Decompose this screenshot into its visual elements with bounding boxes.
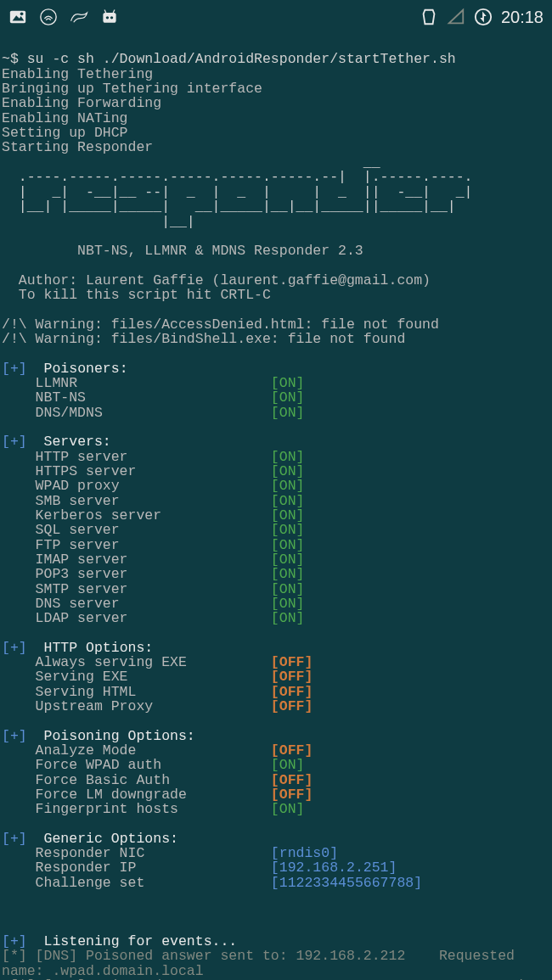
warning-line: /!\ Warning: files/AccessDenied.html: fi… — [2, 316, 439, 333]
status-right: 20:18 — [420, 8, 544, 27]
startup-line: Enabling NATing — [2, 110, 128, 126]
option-row: IMAP server [ON] — [2, 552, 304, 568]
option-row: HTTP server [ON] — [2, 449, 304, 465]
svg-point-3 — [41, 9, 56, 25]
option-row: Serving EXE [OFF] — [2, 669, 313, 685]
option-row: LDAP server [ON] — [2, 610, 304, 626]
option-row: Force LM downgrade [OFF] — [2, 787, 313, 803]
option-row: HTTPS server [ON] — [2, 463, 304, 479]
option-row: SMTP server [ON] — [2, 581, 304, 597]
command-line: ~$ su -c sh ./Download/AndroidResponder/… — [2, 51, 456, 67]
option-row: POP3 server [ON] — [2, 566, 304, 582]
section-header: [+] HTTP Options: — [2, 640, 153, 656]
signal-icon — [447, 8, 465, 26]
nethunter-icon[interactable] — [39, 8, 58, 26]
section-header: [+] Servers: — [2, 434, 111, 450]
option-row: SMB server [ON] — [2, 493, 304, 509]
svg-point-6 — [110, 16, 113, 19]
ascii-banner: |__| |_____|_____| __|_____|__|__|_____|… — [2, 199, 456, 215]
svg-line-7 — [104, 10, 106, 13]
option-row: Analyze Mode [OFF] — [2, 742, 313, 759]
status-bar: 20:18 — [0, 0, 552, 34]
option-row: Serving HTML [OFF] — [2, 684, 313, 700]
option-row: FTP server [ON] — [2, 537, 304, 553]
svg-marker-9 — [449, 10, 464, 24]
option-row: NBT-NS [ON] — [2, 389, 304, 406]
author-line: Author: Laurent Gaffie (laurent.gaffie@g… — [2, 272, 431, 288]
gallery-icon[interactable] — [8, 8, 27, 26]
section-header: [+] Poisoners: — [2, 361, 128, 377]
option-row: Responder IP [192.168.2.251] — [2, 860, 397, 876]
startup-line: Enabling Tethering — [2, 66, 153, 82]
svg-rect-4 — [103, 13, 115, 23]
option-row: SQL server [ON] — [2, 522, 304, 538]
startup-line: Setting up DHCP — [2, 125, 128, 141]
ascii-banner: | _| -__|__ --| _ | _ | | _ || -__| _| — [2, 184, 473, 200]
option-row: Force WPAD auth [ON] — [2, 757, 304, 773]
subtitle: NBT-NS, LLMNR & MDNS Responder 2.3 — [2, 243, 363, 259]
startup-line: Enabling Forwarding — [2, 95, 161, 111]
ascii-banner: |__| — [2, 214, 195, 230]
option-row: DNS/MDNS [ON] — [2, 405, 304, 421]
warning-line: /!\ Warning: files/BindShell.exe: file n… — [2, 331, 405, 347]
startup-line: Bringing up Tethering interface — [2, 81, 262, 97]
svg-point-5 — [106, 16, 109, 19]
option-row: Always serving EXE [OFF] — [2, 654, 313, 670]
option-row: Fingerprint hosts [ON] — [2, 801, 304, 817]
section-header: [+] Generic Options: — [2, 831, 178, 847]
ascii-banner: __ — [2, 154, 380, 171]
power-icon — [474, 8, 493, 26]
startup-line: Starting Responder — [2, 139, 153, 155]
svg-point-2 — [20, 13, 24, 16]
event-line: [*] [DNS] Poisoned answer sent to: 192.1… — [2, 948, 523, 978]
option-row: Force Basic Auth [OFF] — [2, 772, 313, 788]
option-row: Upstream Proxy [OFF] — [2, 698, 313, 714]
listening-line: [+] Listening for events... — [2, 933, 237, 949]
option-row: Responder NIC [rndis0] — [2, 845, 338, 861]
ascii-banner: .----.-----.-----.-----.-----.-----.--| … — [2, 169, 473, 185]
svg-marker-11 — [480, 12, 486, 23]
kali-icon[interactable] — [70, 8, 88, 26]
status-left — [8, 8, 119, 26]
option-row: DNS server [ON] — [2, 596, 304, 612]
terminal-output[interactable]: ~$ su -c sh ./Download/AndroidResponder/… — [0, 34, 552, 980]
nfc-icon — [420, 8, 438, 26]
option-row: LLMNR [ON] — [2, 375, 304, 391]
section-header: [+] Poisoning Options: — [2, 728, 195, 744]
option-row: Challenge set [1122334455667788] — [2, 875, 422, 891]
option-row: WPAD proxy [ON] — [2, 478, 304, 494]
cyanogen-icon[interactable] — [100, 8, 119, 26]
svg-line-8 — [113, 10, 115, 13]
kill-hint: To kill this script hit CRTL-C — [2, 287, 271, 303]
status-clock: 20:18 — [501, 8, 544, 27]
option-row: Kerberos server [ON] — [2, 507, 304, 524]
